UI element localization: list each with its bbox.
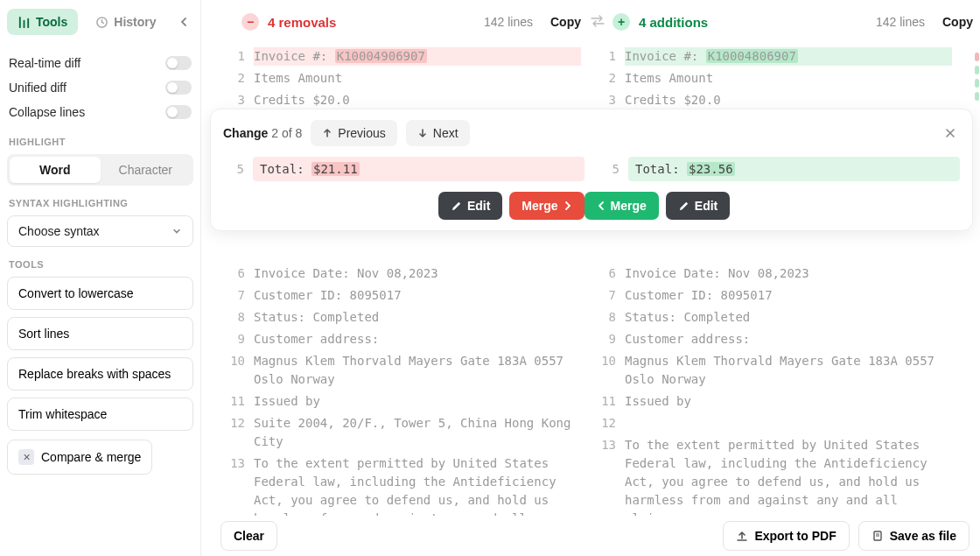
additions-count: 4 additions	[639, 15, 708, 30]
arrow-up-icon	[322, 128, 332, 138]
tab-history[interactable]: History	[85, 9, 166, 35]
code-line: 8Status: Completed	[595, 306, 952, 328]
change-left-lineno: 5	[223, 162, 253, 176]
code-line: 11Issued by	[224, 391, 581, 412]
line-content: Invoice #: K10004806907	[625, 47, 952, 66]
toggle-collapse-label: Collapse lines	[9, 105, 85, 119]
previous-button[interactable]: Previous	[311, 120, 396, 146]
change-actions-left: Edit Merge	[223, 192, 584, 220]
code-line: 6Invoice Date: Nov 08,2023	[595, 263, 952, 285]
toggle-realtime[interactable]	[165, 56, 192, 70]
line-number: 6	[595, 264, 625, 283]
collapse-sidebar-icon[interactable]	[174, 11, 193, 32]
line-content: Customer ID: 8095017	[254, 286, 581, 305]
toggle-collapse[interactable]	[165, 105, 192, 119]
sidebar: Tools History Real-time diff Unified dif…	[0, 0, 201, 556]
line-number: 9	[595, 330, 625, 348]
code-line: 10Magnus Klem Thorvald Mayers Gate 183A …	[595, 350, 952, 391]
merge-left-button[interactable]: Merge	[584, 192, 659, 220]
edit-left-button[interactable]: Edit	[438, 192, 502, 220]
left-lines-count: 142 lines	[484, 15, 533, 29]
compare-merge-icon: ✕	[18, 449, 34, 465]
line-number: 10	[224, 352, 254, 370]
line-number: 10	[595, 352, 625, 370]
line-number: 11	[595, 392, 625, 411]
previous-label: Previous	[338, 126, 385, 140]
line-number: 12	[224, 414, 254, 433]
tool-replace-breaks[interactable]: Replace breaks with spaces	[7, 357, 193, 391]
chevron-right-icon	[564, 201, 572, 211]
pane-header-right: + 4 additions 142 lines Copy	[612, 9, 973, 35]
minimap-marks	[975, 53, 980, 105]
syntax-section-label: SYNTAX HIGHLIGHTING	[9, 198, 193, 208]
line-content: Magnus Klem Thorvald Mayers Gate 183A 05…	[625, 352, 952, 389]
removals-count: 4 removals	[268, 15, 336, 30]
footer: Clear Export to PDF Save as file	[210, 516, 980, 556]
line-number: 1	[224, 47, 254, 66]
pencil-icon	[678, 201, 690, 212]
line-number: 3	[224, 91, 254, 109]
tools-icon	[18, 16, 31, 29]
main: − 4 removals 142 lines Copy + 4 addition…	[210, 0, 980, 517]
line-number: 3	[595, 91, 625, 109]
compare-merge-button[interactable]: ✕ Compare & merge	[7, 440, 152, 475]
edit-right-button[interactable]: Edit	[666, 192, 730, 220]
next-button[interactable]: Next	[406, 120, 470, 146]
save-file-label: Save as file	[890, 529, 956, 543]
line-content: Items Amount	[254, 69, 581, 88]
line-number: 2	[224, 69, 254, 88]
history-icon	[95, 16, 108, 29]
line-content: Status: Completed	[254, 308, 581, 327]
code-line: 2Items Amount	[224, 67, 581, 89]
export-pdf-button[interactable]: Export to PDF	[723, 521, 849, 551]
line-number: 13	[224, 454, 254, 473]
tab-tools[interactable]: Tools	[7, 9, 78, 35]
swap-icon[interactable]	[590, 15, 606, 27]
copy-left-button[interactable]: Copy	[550, 15, 581, 29]
change-position-label: Change 2 of 8	[223, 126, 302, 140]
code-line: 7Customer ID: 8095017	[595, 285, 952, 306]
tab-history-label: History	[114, 15, 156, 29]
toggle-unified-row: Unified diff	[7, 75, 193, 100]
line-number: 1	[595, 47, 625, 66]
syntax-select-value: Choose syntax	[18, 224, 100, 238]
highlight-character[interactable]: Character	[101, 157, 192, 183]
line-number: 8	[224, 308, 254, 327]
change-actions-right: Merge Edit	[584, 192, 946, 220]
code-line: 1Invoice #: K10004906907	[224, 46, 581, 67]
syntax-select[interactable]: Choose syntax	[7, 215, 193, 247]
line-content: To the extent permitted by United States…	[625, 436, 952, 528]
line-number: 6	[224, 264, 254, 283]
tool-sort-lines[interactable]: Sort lines	[7, 317, 193, 350]
copy-right-button[interactable]: Copy	[942, 15, 973, 29]
code-line: 8Status: Completed	[224, 306, 581, 328]
line-content: Status: Completed	[625, 308, 952, 327]
merge-right-button[interactable]: Merge	[509, 192, 584, 220]
chevron-left-icon	[597, 201, 606, 211]
tool-lowercase[interactable]: Convert to lowercase	[7, 277, 193, 310]
close-icon[interactable]	[941, 123, 960, 143]
highlight-word[interactable]: Word	[10, 157, 101, 183]
change-cell-right: 5 Total: $23.56	[598, 157, 960, 181]
minus-icon: −	[242, 13, 259, 31]
line-content: Credits $20.0	[254, 91, 581, 109]
line-number: 11	[224, 392, 254, 411]
highlight-section-label: HIGHLIGHT	[9, 137, 193, 147]
toggle-collapse-row: Collapse lines	[7, 100, 193, 124]
line-content: Magnus Klem Thorvald Mayers Gate 183A 05…	[254, 352, 581, 389]
change-left-body: Total: $21.11	[253, 157, 584, 181]
line-number: 13	[595, 436, 625, 454]
code-line: 6Invoice Date: Nov 08,2023	[224, 263, 581, 285]
line-content: Invoice Date: Nov 08,2023	[254, 264, 581, 283]
next-label: Next	[433, 126, 458, 140]
toggle-unified[interactable]	[165, 81, 192, 95]
change-right-lineno: 5	[598, 162, 628, 176]
line-content: Customer address:	[625, 330, 952, 348]
chevron-down-icon	[172, 226, 182, 236]
tool-trim-whitespace[interactable]: Trim whitespace	[7, 398, 193, 431]
save-file-button[interactable]: Save as file	[858, 521, 970, 551]
clear-button[interactable]: Clear	[220, 521, 277, 551]
change-panel-header: Change 2 of 8 Previous Next	[223, 120, 960, 146]
code-line: 7Customer ID: 8095017	[224, 285, 581, 306]
line-number: 9	[224, 330, 254, 348]
